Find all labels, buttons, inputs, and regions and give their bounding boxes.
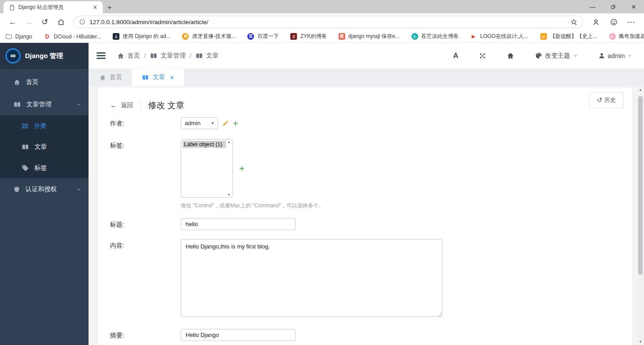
cangmang-blog-icon: C	[411, 33, 418, 40]
book-icon	[21, 143, 29, 151]
bookmarks-bar: Django D DCloud - HBuilder... 1 使用 Djang…	[0, 30, 644, 43]
tags-multiselect[interactable]: Label object (1) ▲ ▼	[181, 139, 233, 198]
breadcrumb: 首页 / 文章管理 /	[117, 52, 219, 60]
tab-close-icon[interactable]: ✕	[91, 4, 99, 11]
tags-label: 标签:	[110, 139, 181, 210]
content-scrollbar[interactable]: ▲ ▼	[637, 86, 644, 345]
peiqi-icon: P	[609, 33, 616, 40]
refresh-button[interactable]: ↺	[37, 15, 53, 29]
sidebar-item-category[interactable]: 分类	[0, 115, 89, 136]
resize-grip[interactable]	[437, 313, 441, 317]
page-title: 修改 文章	[148, 100, 184, 111]
scroll-down-icon[interactable]: ▼	[228, 193, 231, 196]
sidebar-group-auth[interactable]: 认证和授权	[0, 178, 89, 201]
forward-button[interactable]: →	[21, 15, 37, 29]
logo-design-icon: ▶	[470, 33, 477, 40]
history-icon: ↺	[597, 96, 602, 104]
user-icon	[598, 52, 605, 59]
author-label: 作者:	[110, 117, 181, 129]
book-icon	[13, 101, 21, 108]
back-button[interactable]: ←	[4, 15, 21, 29]
history-button[interactable]: ↺ 历史	[589, 92, 623, 108]
collapse-menu-icon[interactable]	[97, 52, 106, 59]
add-related-icon[interactable]: +	[233, 119, 238, 127]
zyk-blog-icon: Z	[290, 33, 297, 40]
tab-close-icon[interactable]: ✕	[169, 74, 174, 81]
address-bar[interactable]: 127.0.0.1:8000/admin/#/admin/article/art…	[73, 16, 583, 28]
main-content: ↺ 历史 ← 返回 修改 文章 作者: admin	[89, 86, 644, 345]
url-text: 127.0.0.1:8000/admin/#/admin/article/art…	[89, 19, 566, 25]
fullscreen-button[interactable]	[479, 52, 486, 59]
breadcrumb-article[interactable]: 文章	[195, 52, 219, 60]
window-restore-button[interactable]	[603, 0, 623, 13]
chevron-down-icon	[573, 53, 578, 58]
content-textarea[interactable]: Hello Django,this is my first blog.	[181, 239, 442, 317]
window-close-button[interactable]: ✕	[623, 0, 644, 13]
sidebar: ∞ Django 管理 首页 文章管理	[0, 43, 89, 345]
profile-icon[interactable]	[588, 15, 604, 29]
bookmark-item[interactable]: 简 django mysql 保存e...	[339, 33, 400, 40]
sidebar-item-tag[interactable]: 标签	[0, 157, 89, 178]
bookmark-item[interactable]: 虎 虎牙直播-技术驱...	[182, 33, 236, 40]
sidebar-group-articles[interactable]: 文章管理	[0, 94, 89, 115]
tags-icon	[21, 164, 29, 172]
theme-switcher[interactable]: 改变主题	[535, 52, 578, 60]
selected-option[interactable]: Label object (1)	[182, 141, 226, 148]
home-icon	[13, 79, 21, 86]
more-menu-icon[interactable]: ···	[623, 15, 640, 29]
change-form-card: ↺ 历史 ← 返回 修改 文章 作者: admin	[97, 88, 632, 345]
bookmark-item[interactable]: Z ZYK的博客	[290, 33, 326, 40]
app-navbar: 首页 / 文章管理 /	[89, 43, 644, 69]
select-caret-icon: ▼	[211, 122, 214, 125]
window-minimize-button[interactable]: —	[582, 0, 603, 13]
user-menu[interactable]: admin	[598, 52, 632, 59]
sidebar-item-article[interactable]: 文章	[0, 136, 89, 157]
huya-icon: 虎	[182, 33, 189, 40]
browser-tab[interactable]: Django 站点管理员 ✕	[4, 1, 103, 13]
breadcrumb-articles[interactable]: 文章管理	[150, 52, 186, 60]
multiselect-help-text: 按住 "Control"，或者Mac上的 "Command"，可以选择多个。	[181, 202, 324, 210]
site-info-icon[interactable]	[79, 19, 85, 25]
dcloud-icon: D	[44, 33, 51, 40]
bookmark-item[interactable]: ↩ 【新提醒】【史上...	[540, 33, 597, 40]
feedback-smiley-icon[interactable]	[606, 15, 622, 29]
back-link[interactable]: ← 返回	[110, 101, 133, 110]
nav-home-button[interactable]	[507, 52, 514, 59]
summary-label: 摘要:	[110, 329, 181, 341]
notice-icon: ↩	[540, 33, 547, 40]
scroll-up-icon[interactable]: ▲	[228, 140, 231, 143]
brand-title: Django 管理	[25, 52, 63, 60]
book-icon	[142, 74, 149, 81]
page-favicon-icon	[9, 4, 15, 11]
simpleui-logo-icon: ∞	[5, 48, 21, 63]
summary-input[interactable]	[181, 329, 296, 341]
scroll-up-icon[interactable]: ▲	[637, 86, 644, 93]
bookmark-item[interactable]: D DCloud - HBuilder...	[44, 33, 101, 40]
favorite-star-icon[interactable]	[570, 18, 577, 25]
bookmark-item[interactable]: P 佩奇加速器-PEI7.CC	[609, 33, 644, 40]
title-input[interactable]	[181, 218, 296, 230]
chevron-down-icon	[76, 187, 81, 192]
bookmark-item[interactable]: 1 使用 Django 的 ad...	[113, 33, 170, 40]
add-related-icon[interactable]: +	[239, 164, 244, 172]
back-arrow-icon: ←	[110, 101, 118, 110]
breadcrumb-home[interactable]: 首页	[117, 52, 140, 60]
font-size-button[interactable]: A	[453, 52, 458, 60]
author-select[interactable]: admin ▼	[181, 117, 218, 129]
chevron-down-icon	[627, 53, 632, 58]
new-tab-button[interactable]: +	[103, 1, 116, 13]
tab-home[interactable]: 首页	[89, 69, 132, 86]
tab-article[interactable]: 文章 ✕	[132, 69, 184, 86]
sidebar-item-home[interactable]: 首页	[0, 71, 89, 94]
bookmark-item[interactable]: Django	[5, 34, 32, 40]
browser-home-button[interactable]	[53, 15, 69, 29]
folder-icon	[5, 34, 12, 39]
multiselect-scrollbar[interactable]: ▲ ▼	[226, 140, 232, 196]
scroll-down-icon[interactable]: ▼	[637, 338, 644, 345]
scrollbar-thumb[interactable]	[638, 96, 643, 275]
bookmark-item[interactable]: 百 百度一下	[247, 33, 279, 40]
edit-pencil-icon[interactable]	[222, 120, 229, 126]
browser-toolbar: ← → ↺ 127.0.0.1:8000/admin/#/admin/artic…	[0, 13, 644, 30]
bookmark-item[interactable]: C 苍茫误此生博客	[411, 33, 459, 40]
bookmark-item[interactable]: ▶ LOGO在线设计,人...	[470, 33, 529, 40]
